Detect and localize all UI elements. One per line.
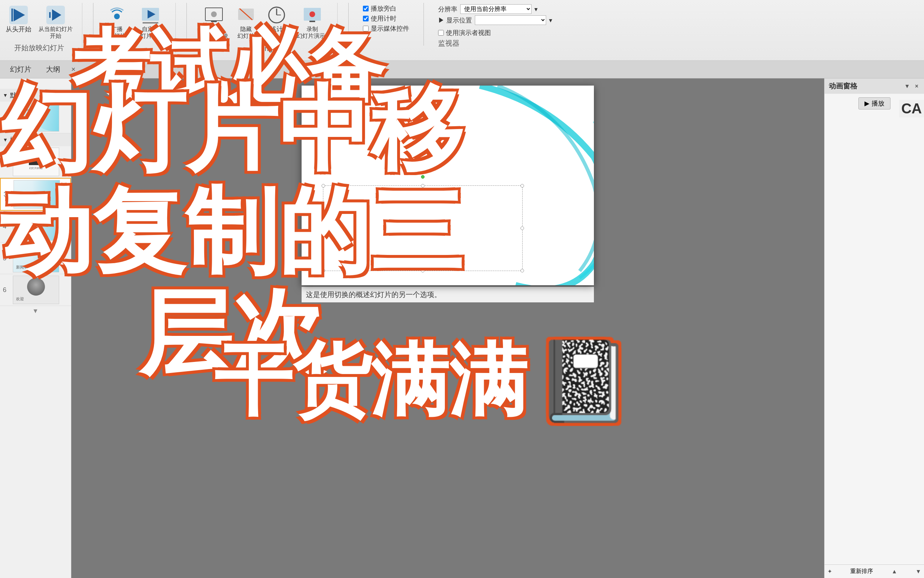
rehearse-button[interactable]: 排练计时: [262, 3, 292, 35]
play-narration-input[interactable]: [363, 6, 369, 11]
display-pos-select[interactable]: [475, 15, 546, 25]
tab-slides[interactable]: 幻灯片: [3, 62, 38, 76]
use-timing-label: 使用计时: [371, 14, 396, 23]
thumb-3-label: 新工作: [15, 200, 30, 207]
ca-badge: CA: [899, 100, 924, 117]
scroll-down-arrow[interactable]: ▼: [0, 306, 71, 316]
from-start-icon: [8, 4, 29, 26]
play-narration-label: 播放旁白: [371, 4, 396, 13]
setup-label: 设置幻灯片放映: [199, 26, 228, 39]
record-label: 录制幻灯片演示▾: [297, 26, 328, 39]
tab-outline[interactable]: 大纲: [40, 62, 66, 76]
broadcast-button[interactable]: 广播幻灯片: [104, 3, 130, 41]
anim-bottom: ✦ 重新排序 ▲ ▼: [825, 565, 924, 578]
from-start-button[interactable]: 从头开始: [3, 3, 34, 35]
svg-point-6: [114, 13, 120, 19]
ribbon-monitor: 分辨率 使用当前分辨率 ▾ ▶ 显示位置 ▾ 使用演示者视图 监视器: [434, 3, 556, 50]
hide-label: 隐藏幻灯片: [237, 26, 255, 39]
handle-tr[interactable]: [520, 184, 524, 188]
presenter-view-checkbox[interactable]: 使用演示者视图: [438, 29, 552, 37]
animation-panel: 动画窗格 ▼ × ▶ 播放 ✦ 重新排序 ▲ ▼: [824, 78, 924, 578]
ribbon: 从头开始 从当前幻灯片开始 开始放映幻灯片: [0, 0, 924, 61]
slide-item-5[interactable]: 5 新闻事: [0, 242, 71, 274]
handle-tm[interactable]: [421, 184, 425, 188]
custom-button[interactable]: 自定义幻灯片放映▾: [133, 3, 168, 41]
record-icon: [302, 4, 323, 26]
handle-tl[interactable]: [321, 184, 325, 188]
slide-item-4[interactable]: 4 新环境: [0, 211, 71, 242]
animation-header-controls: ▼ ×: [903, 82, 920, 90]
setup-button[interactable]: 设置幻灯片放映: [198, 3, 230, 41]
slide-item-6[interactable]: 6 欢迎: [0, 274, 71, 306]
svg-rect-5: [49, 12, 50, 18]
svg-rect-2: [11, 8, 13, 21]
anim-down-button[interactable]: ▼: [916, 568, 921, 575]
anim-minimize-button[interactable]: ▼: [903, 82, 911, 90]
slide-number-1: 1: [3, 114, 13, 121]
monitor-group-title: 监视器: [438, 39, 552, 48]
from-current-icon: [45, 4, 66, 26]
ribbon-checkboxes: 播放旁白 使用计时 显示媒体控件: [359, 3, 413, 34]
use-timing-input[interactable]: [363, 16, 369, 21]
record-button[interactable]: 录制幻灯片演示▾: [295, 3, 330, 41]
handle-mr[interactable]: [520, 226, 524, 230]
section-overview[interactable]: ▼ 概述和目标: [0, 133, 71, 146]
selection-box: [323, 185, 523, 271]
main-area: ▲ ▼ 默认节 1 摘要幻灯片SPARKS CHANGES ▼ 概述和目标 2 …: [0, 78, 924, 578]
avatar-thumb: [27, 278, 45, 295]
slide-thumb-3: 新工作: [13, 180, 60, 209]
anim-reorder-label: 重新排序: [850, 568, 873, 575]
handle-br[interactable]: [520, 269, 524, 273]
presenter-view-label: 使用演示者视图: [446, 29, 491, 37]
ribbon-buttons-broadcast: 广播幻灯片 自定义幻灯片放映▾: [104, 3, 168, 51]
handle-bm[interactable]: [421, 269, 425, 273]
anim-up-button[interactable]: ▲: [892, 568, 897, 575]
svg-rect-9: [143, 22, 158, 24]
show-media-label: 显示媒体控件: [371, 24, 409, 33]
separator-3: [348, 3, 349, 45]
handle-bl[interactable]: [321, 269, 325, 273]
start-group-title: 开始放映幻灯片: [14, 41, 64, 53]
show-media-checkbox[interactable]: 显示媒体控件: [363, 24, 409, 33]
rotate-handle[interactable]: [421, 175, 425, 179]
animation-panel-title: 动画窗格: [829, 81, 858, 91]
setup-icon: [203, 4, 225, 26]
slide-thumb-1: 摘要幻灯片SPARKS CHANGES: [13, 103, 59, 132]
separator-2: [186, 3, 187, 45]
hide-button[interactable]: 隐藏幻灯片: [233, 3, 259, 41]
from-current-button[interactable]: 从当前幻灯片开始: [36, 3, 75, 41]
ribbon-buttons-start: 从头开始 从当前幻灯片开始: [3, 3, 75, 41]
section-default-arrow: ▼: [3, 93, 8, 98]
tab-close-button[interactable]: ×: [68, 64, 78, 75]
handle-ml[interactable]: [321, 226, 325, 230]
display-pos-label: ▶ 显示位置: [438, 16, 472, 24]
presenter-view-input[interactable]: [438, 30, 444, 36]
anim-play-button[interactable]: ▶ 播放: [858, 97, 890, 109]
slide-item-2[interactable]: 2 幻灯片2内容: [0, 146, 71, 178]
svg-point-19: [310, 11, 315, 17]
thumb-6-label: 欢迎: [15, 295, 25, 302]
use-timing-checkbox[interactable]: 使用计时: [363, 14, 409, 23]
scroll-up-arrow[interactable]: ▲: [0, 78, 71, 89]
custom-icon: [140, 4, 161, 26]
anim-close-button[interactable]: ×: [914, 82, 920, 90]
section-overview-label: 概述和目标: [10, 135, 42, 144]
slide-number-3: 3: [3, 191, 13, 198]
svg-rect-20: [310, 21, 315, 22]
show-media-input[interactable]: [363, 26, 369, 31]
status-text: 这是使用切换的概述幻灯片的另一个选项。: [306, 291, 441, 299]
svg-rect-12: [211, 21, 217, 22]
play-narration-checkbox[interactable]: 播放旁白: [363, 4, 409, 13]
resolution-row: 分辨率 使用当前分辨率 ▾: [438, 4, 552, 14]
slide-thumb-5: 新闻事: [13, 244, 59, 273]
slide-canvas[interactable]: [302, 86, 594, 285]
slide-number-5: 5: [3, 255, 13, 262]
broadcast-label: 广播幻灯片: [109, 26, 125, 39]
slide-item-1[interactable]: 1 摘要幻灯片SPARKS CHANGES: [0, 102, 71, 133]
slide-item-3[interactable]: 3 新工作: [0, 178, 71, 211]
svg-point-11: [211, 11, 217, 17]
ribbon-group-broadcast: 广播幻灯片 自定义幻灯片放映▾: [104, 3, 176, 53]
resolution-select[interactable]: 使用当前分辨率: [460, 4, 532, 14]
section-default[interactable]: ▼ 默认节: [0, 89, 71, 102]
anim-star-icon[interactable]: ✦: [827, 568, 832, 575]
